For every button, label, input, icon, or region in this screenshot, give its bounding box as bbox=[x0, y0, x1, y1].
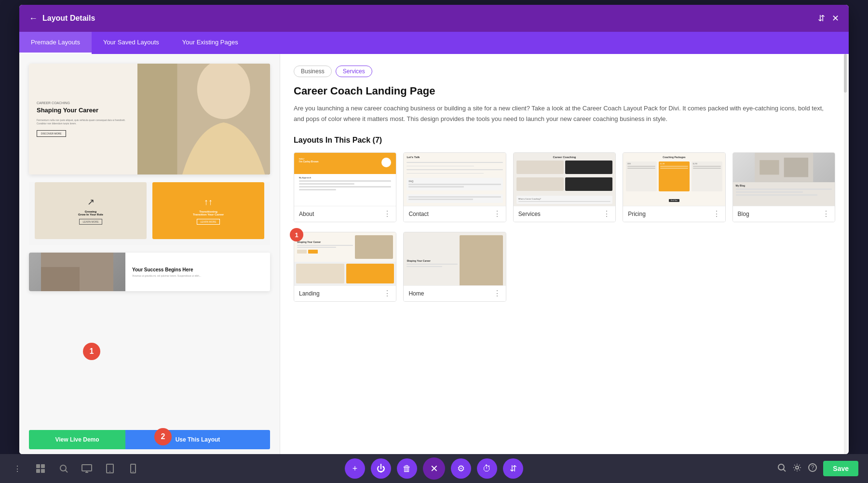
svg-rect-9 bbox=[460, 236, 503, 285]
tab-saved-layouts[interactable]: Your Saved Layouts bbox=[92, 32, 171, 54]
desktop-icon[interactable] bbox=[79, 461, 95, 476]
preview-sub-section: ↗ GrowingGrow In Your Role LEARN MORE ↑↑… bbox=[29, 182, 270, 245]
save-button[interactable]: Save bbox=[823, 461, 858, 476]
tags-section: Business Services bbox=[294, 66, 835, 77]
learn-more-btn-1: LEARN MORE bbox=[79, 219, 102, 225]
sub-card-label-2: TransitioningTransition Your Career bbox=[189, 210, 228, 216]
layout-card-about[interactable]: Hello! I'm Carley Brown My Approach bbox=[294, 152, 396, 222]
success-desc: Vivamus ut gravida mi, vel pulvinar lore… bbox=[132, 274, 263, 277]
settings-right-icon[interactable] bbox=[792, 463, 802, 475]
layouts-grid-row1: Hello! I'm Carley Brown My Approach bbox=[294, 152, 835, 222]
scroll-thumb[interactable] bbox=[844, 54, 847, 93]
search-icon[interactable] bbox=[56, 461, 71, 476]
layout-menu-home[interactable]: ⋮ bbox=[493, 290, 501, 297]
header-left: ← Layout Details bbox=[29, 14, 95, 23]
preview-bottom-photo bbox=[29, 253, 125, 291]
arrow-up-icon: ↗ bbox=[87, 197, 95, 207]
view-demo-button[interactable]: View Live Demo bbox=[29, 430, 125, 449]
tag-business[interactable]: Business bbox=[294, 66, 332, 77]
settings-button[interactable]: ⚙ bbox=[451, 458, 471, 479]
add-button[interactable]: + bbox=[345, 458, 365, 479]
modal-header: ← Layout Details ⇵ ✕ bbox=[19, 5, 849, 32]
layouts-heading: Layouts In This Pack (7) bbox=[294, 136, 835, 145]
preview-photo-area bbox=[137, 64, 270, 174]
layout-menu-blog[interactable]: ⋮ bbox=[822, 210, 830, 218]
layout-card-pricing[interactable]: Coaching Packages $799 $1,199 bbox=[623, 152, 725, 222]
discover-btn: DISCOVER MORE bbox=[37, 130, 66, 137]
modal-title: Layout Details bbox=[42, 14, 95, 23]
landing-badge: 1 bbox=[290, 228, 303, 242]
grid-icon[interactable] bbox=[33, 461, 48, 476]
success-heading: Your Success Begins Here bbox=[132, 267, 263, 272]
layout-name-home: Home bbox=[408, 290, 424, 297]
preview-image-area: CAREER COACHING Shaping Your Career Ferm… bbox=[19, 54, 280, 425]
layouts-grid-row2: 1 Shaping Your Career bbox=[294, 232, 835, 302]
layout-menu-landing[interactable]: ⋮ bbox=[383, 290, 391, 297]
svg-text:?: ? bbox=[811, 464, 814, 471]
toolbar-center: + ⏻ 🗑 ✕ ⚙ ⏱ ⇵ bbox=[345, 457, 523, 480]
hero-photo bbox=[137, 64, 270, 174]
layout-footer-services: Services ⋮ bbox=[514, 206, 615, 222]
svg-rect-4 bbox=[41, 267, 80, 291]
sort-icon[interactable]: ⇵ bbox=[818, 14, 825, 23]
layout-name-blog: Blog bbox=[738, 211, 749, 217]
layout-card-home[interactable]: Shaping Your Career bbox=[403, 232, 506, 302]
x-button[interactable]: ✕ bbox=[423, 457, 445, 480]
layout-footer-blog: Blog ⋮ bbox=[733, 206, 835, 222]
tablet-icon[interactable] bbox=[102, 461, 118, 476]
modal-tabs: Premade Layouts Your Saved Layouts Your … bbox=[19, 32, 849, 54]
layout-card-landing[interactable]: Shaping Your Career bbox=[294, 232, 396, 302]
back-button[interactable]: ← bbox=[29, 14, 38, 23]
mobile-icon[interactable] bbox=[125, 461, 141, 476]
menu-dots-icon[interactable]: ⋮ bbox=[10, 461, 25, 476]
power-button[interactable]: ⏻ bbox=[371, 458, 391, 479]
svg-point-14 bbox=[60, 465, 66, 471]
layout-card-services[interactable]: Career Coaching What is Career Coaching? bbox=[513, 152, 616, 222]
svg-rect-2 bbox=[137, 64, 177, 174]
help-icon[interactable]: ? bbox=[808, 463, 817, 475]
svg-line-24 bbox=[784, 469, 786, 471]
tag-services[interactable]: Services bbox=[336, 66, 372, 77]
sub-card-label-1: GrowingGrow In Your Role bbox=[74, 210, 107, 216]
zoom-icon[interactable] bbox=[777, 463, 787, 475]
layout-card-contact[interactable]: Let's Talk FAQ bbox=[403, 152, 506, 222]
bottom-photo bbox=[29, 253, 125, 291]
modal-body: CAREER COACHING Shaping Your Career Ferm… bbox=[19, 54, 849, 454]
layout-name-contact: Contact bbox=[408, 211, 428, 217]
preview-main-section: CAREER COACHING Shaping Your Career Ferm… bbox=[29, 64, 270, 174]
toolbar-right: ? Save bbox=[777, 461, 858, 476]
svg-point-23 bbox=[778, 464, 784, 470]
layout-menu-services[interactable]: ⋮ bbox=[603, 210, 610, 218]
layout-thumb-home: Shaping Your Career bbox=[404, 232, 505, 285]
tab-existing-pages[interactable]: Your Existing Pages bbox=[171, 32, 250, 54]
trash-button[interactable]: 🗑 bbox=[397, 458, 417, 479]
layout-card-blog[interactable]: My Blog Blog ⋮ bbox=[732, 152, 835, 222]
svg-point-25 bbox=[796, 466, 799, 469]
tab-premade-layouts[interactable]: Premade Layouts bbox=[19, 32, 92, 54]
detail-title: Career Coach Landing Page bbox=[294, 85, 835, 97]
svg-rect-6 bbox=[760, 160, 779, 174]
svg-rect-10 bbox=[36, 464, 40, 468]
close-button[interactable]: ✕ bbox=[832, 14, 839, 23]
use-layout-button[interactable]: Use This Layout bbox=[125, 430, 270, 449]
detail-panel[interactable]: Business Services Career Coach Landing P… bbox=[280, 54, 849, 454]
layout-menu-pricing[interactable]: ⋮ bbox=[713, 210, 720, 218]
layout-name-landing: Landing bbox=[299, 290, 320, 297]
layout-details-modal: ← Layout Details ⇵ ✕ Premade Layouts You… bbox=[19, 5, 849, 454]
layout-footer-home: Home ⋮ bbox=[404, 285, 505, 301]
history-button[interactable]: ⏱ bbox=[477, 458, 497, 479]
preview-main-heading: Shaping Your Career bbox=[37, 107, 130, 115]
layout-thumb-blog: My Blog bbox=[733, 153, 835, 206]
svg-rect-13 bbox=[41, 469, 45, 473]
layout-thumb-contact: Let's Talk FAQ bbox=[404, 153, 505, 206]
toolbar-left: ⋮ bbox=[10, 461, 141, 476]
scroll-track[interactable] bbox=[844, 54, 847, 454]
svg-rect-16 bbox=[82, 465, 92, 471]
blog-thumb-img bbox=[733, 153, 835, 182]
layout-menu-contact[interactable]: ⋮ bbox=[493, 210, 501, 218]
preview-panel: CAREER COACHING Shaping Your Career Ferm… bbox=[19, 54, 280, 454]
badge-1: 1 bbox=[83, 343, 100, 360]
layout-menu-about[interactable]: ⋮ bbox=[383, 210, 391, 218]
arrows-up-icon: ↑↑ bbox=[204, 197, 213, 207]
sort-icon-btn[interactable]: ⇵ bbox=[503, 458, 523, 479]
